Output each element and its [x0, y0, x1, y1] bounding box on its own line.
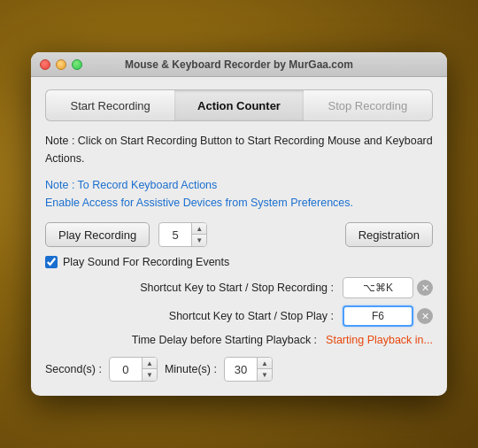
titlebar: Mouse & Keyboard Recorder by MurGaa.com	[31, 52, 447, 77]
seconds-stepper: ▲ ▼	[109, 357, 158, 382]
main-window: Mouse & Keyboard Recorder by MurGaa.com …	[31, 52, 447, 396]
stepper-buttons: ▲ ▼	[191, 223, 206, 246]
seconds-down-button[interactable]: ▼	[143, 369, 157, 381]
maximize-button[interactable]	[72, 59, 82, 70]
bottom-row: Second(s) : ▲ ▼ Minute(s) : ▲ ▼	[45, 357, 433, 382]
shortcut-start-stop-wrap: ✕	[343, 277, 433, 298]
tab-bar: Start Recording Action Counter Stop Reco…	[45, 89, 433, 121]
seconds-label: Second(s) :	[45, 363, 102, 375]
play-sound-checkbox[interactable]	[45, 256, 58, 268]
minutes-stepper: ▲ ▼	[224, 357, 273, 382]
tab-action-counter[interactable]: Action Counter	[174, 89, 303, 121]
minimize-button[interactable]	[56, 59, 66, 70]
shortcut-play-stop-label: Shortcut Key to Start / Stop Play :	[45, 310, 343, 322]
seconds-stepper-buttons: ▲ ▼	[142, 358, 157, 381]
shortcut-play-stop-row: Shortcut Key to Start / Stop Play : ✕	[45, 305, 433, 327]
count-value-input[interactable]	[159, 228, 191, 242]
window-title: Mouse & Keyboard Recorder by MurGaa.com	[125, 58, 353, 71]
play-recording-button[interactable]: Play Recording	[45, 222, 150, 247]
close-button[interactable]	[40, 59, 50, 70]
shortcut-start-stop-input[interactable]	[343, 277, 413, 298]
time-delay-label: Time Delay before Starting Playback :	[45, 334, 326, 346]
tab-start-recording[interactable]: Start Recording	[45, 89, 174, 121]
traffic-lights	[40, 59, 82, 70]
count-stepper: ▲ ▼	[158, 222, 207, 247]
time-delay-row: Time Delay before Starting Playback : St…	[45, 334, 433, 346]
stepper-up-button[interactable]: ▲	[192, 223, 206, 235]
stepper-down-button[interactable]: ▼	[192, 235, 206, 246]
seconds-up-button[interactable]: ▲	[143, 358, 157, 369]
checkbox-row: Play Sound For Recording Events	[45, 256, 433, 268]
seconds-input[interactable]	[110, 363, 142, 376]
shortcut-start-stop-label: Shortcut Key to Start / Stop Recording :	[45, 282, 343, 294]
shortcut-start-stop-row: Shortcut Key to Start / Stop Recording :…	[45, 277, 433, 298]
play-sound-label: Play Sound For Recording Events	[63, 256, 229, 268]
minutes-up-button[interactable]: ▲	[258, 358, 272, 369]
tab-stop-recording[interactable]: Stop Recording	[304, 89, 433, 121]
minutes-stepper-buttons: ▲ ▼	[257, 358, 272, 381]
minutes-label: Minute(s) :	[165, 363, 217, 375]
shortcut-play-stop-input[interactable]	[343, 305, 413, 327]
shortcut-play-stop-clear[interactable]: ✕	[417, 308, 433, 324]
registration-button[interactable]: Registration	[345, 222, 433, 247]
shortcut-play-stop-wrap: ✕	[343, 305, 433, 327]
main-note: Note : Click on Start Recording Button t…	[45, 132, 433, 167]
blue-note-line1: Note : To Record Keyboard Actions	[45, 176, 433, 194]
time-delay-value: Starting Playback in...	[326, 334, 433, 346]
shortcut-start-stop-clear[interactable]: ✕	[417, 280, 433, 296]
blue-note: Note : To Record Keyboard Actions Enable…	[45, 176, 433, 212]
content-area: Start Recording Action Counter Stop Reco…	[31, 77, 447, 396]
minutes-input[interactable]	[225, 363, 257, 376]
play-row: Play Recording ▲ ▼ Registration	[45, 222, 433, 247]
minutes-down-button[interactable]: ▼	[258, 369, 272, 381]
blue-note-line2: Enable Access for Assistive Devices from…	[45, 194, 433, 212]
